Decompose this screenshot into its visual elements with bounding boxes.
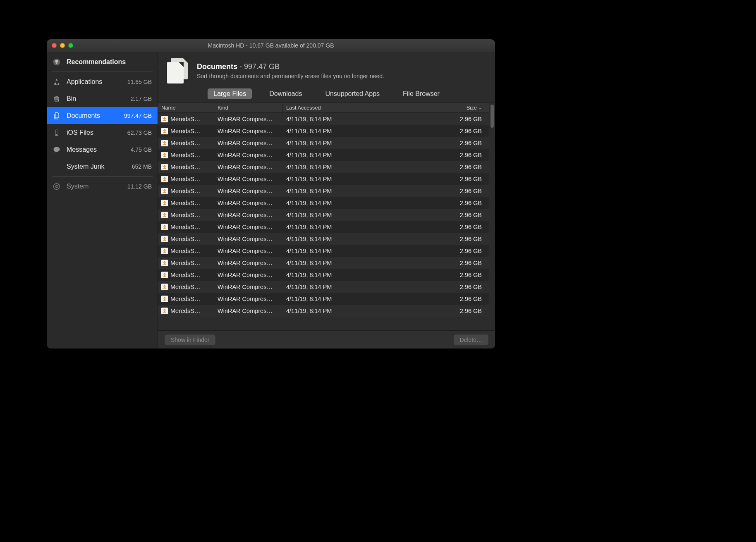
scrollbar-thumb[interactable]	[490, 105, 494, 128]
footer-bar: Show in Finder Delete…	[158, 330, 495, 349]
sidebar-item-size: 11.65 GB	[127, 79, 152, 85]
cell-size: 2.96 GB	[427, 176, 489, 182]
cell-last-accessed: 4/11/19, 8:14 PM	[283, 308, 427, 314]
column-header-size[interactable]: Size⌄	[427, 103, 489, 112]
tab-large-files[interactable]: Large Files	[208, 88, 252, 99]
zoom-window-button[interactable]	[68, 43, 73, 48]
table-row[interactable]: MeredsS…WinRAR Compres…4/11/19, 8:14 PM2…	[158, 233, 489, 245]
cell-kind: WinRAR Compres…	[214, 212, 283, 218]
documents-header: Documents - 997.47 GB Sort through docum…	[158, 52, 495, 88]
gear-circle-icon	[52, 181, 62, 191]
cell-last-accessed: 4/11/19, 8:14 PM	[283, 128, 427, 134]
table-row[interactable]: MeredsS…WinRAR Compres…4/11/19, 8:14 PM2…	[158, 185, 489, 197]
sidebar-item-messages[interactable]: Messages4.75 GB	[47, 141, 158, 158]
show-in-finder-button[interactable]: Show in Finder	[165, 334, 215, 345]
close-window-button[interactable]	[52, 43, 57, 48]
cell-kind: WinRAR Compres…	[214, 284, 283, 290]
tab-unsupported-apps[interactable]: Unsupported Apps	[319, 88, 385, 99]
table-row[interactable]: MeredsS…WinRAR Compres…4/11/19, 8:14 PM2…	[158, 257, 489, 269]
sidebar-item-applications[interactable]: Applications11.65 GB	[47, 73, 158, 90]
sidebar-item-size: 11.12 GB	[127, 183, 152, 190]
vertical-scrollbar[interactable]	[489, 103, 495, 330]
sort-descending-icon: ⌄	[478, 105, 482, 110]
sidebar-item-system-junk[interactable]: System Junk652 MB	[47, 158, 158, 175]
cell-name: MeredsS…	[170, 188, 201, 194]
archive-file-icon	[161, 272, 168, 278]
cell-kind: WinRAR Compres…	[214, 140, 283, 146]
minimize-window-button[interactable]	[60, 43, 65, 48]
sidebar-item-recommendations[interactable]: Recommendations	[47, 53, 158, 70]
cell-last-accessed: 4/11/19, 8:14 PM	[283, 152, 427, 158]
svg-point-1	[55, 60, 58, 62]
cell-kind: WinRAR Compres…	[214, 248, 283, 254]
cell-last-accessed: 4/11/19, 8:14 PM	[283, 200, 427, 206]
cell-name: MeredsS…	[170, 116, 201, 122]
sidebar-item-bin[interactable]: Bin2.17 GB	[47, 90, 158, 107]
cell-size: 2.96 GB	[427, 128, 489, 134]
column-header-kind[interactable]: Kind	[214, 103, 283, 112]
table-row[interactable]: MeredsS…WinRAR Compres…4/11/19, 8:14 PM2…	[158, 125, 489, 137]
archive-file-icon	[161, 296, 168, 302]
cell-kind: WinRAR Compres…	[214, 296, 283, 302]
table-row[interactable]: MeredsS…WinRAR Compres…4/11/19, 8:14 PM2…	[158, 281, 489, 293]
cell-name: MeredsS…	[170, 200, 201, 206]
app-icon	[52, 77, 62, 87]
cell-name: MeredsS…	[170, 176, 201, 182]
archive-file-icon	[161, 164, 168, 170]
cell-kind: WinRAR Compres…	[214, 224, 283, 230]
cell-kind: WinRAR Compres…	[214, 152, 283, 158]
archive-file-icon	[161, 284, 168, 290]
table-row[interactable]: MeredsS…WinRAR Compres…4/11/19, 8:14 PM2…	[158, 113, 489, 125]
blank-icon	[52, 162, 62, 172]
tab-downloads[interactable]: Downloads	[263, 88, 308, 99]
sidebar-item-label: System	[67, 183, 124, 190]
sidebar-item-documents[interactable]: Documents997.47 GB	[47, 107, 158, 124]
table-row[interactable]: MeredsS…WinRAR Compres…4/11/19, 8:14 PM2…	[158, 149, 489, 161]
file-table: Name Kind Last Accessed Size⌄ MeredsS…Wi…	[158, 103, 495, 330]
archive-file-icon	[161, 236, 168, 242]
cell-name: MeredsS…	[170, 284, 201, 290]
delete-button[interactable]: Delete…	[454, 334, 488, 345]
cell-name: MeredsS…	[170, 224, 201, 230]
archive-file-icon	[161, 152, 168, 158]
archive-file-icon	[161, 248, 168, 254]
cell-size: 2.96 GB	[427, 116, 489, 122]
cell-last-accessed: 4/11/19, 8:14 PM	[283, 224, 427, 230]
panel-subtitle: Sort through documents and permanently e…	[197, 73, 384, 79]
table-row[interactable]: MeredsS…WinRAR Compres…4/11/19, 8:14 PM2…	[158, 137, 489, 149]
storage-management-window: Macintosh HD - 10.67 GB available of 200…	[47, 39, 495, 349]
cell-name: MeredsS…	[170, 308, 201, 314]
column-header-name[interactable]: Name	[158, 103, 214, 112]
column-header-last-accessed[interactable]: Last Accessed	[283, 103, 427, 112]
table-row[interactable]: MeredsS…WinRAR Compres…4/11/19, 8:14 PM2…	[158, 269, 489, 281]
svg-rect-2	[56, 62, 57, 64]
table-row[interactable]: MeredsS…WinRAR Compres…4/11/19, 8:14 PM2…	[158, 305, 489, 317]
cell-name: MeredsS…	[170, 140, 201, 146]
archive-file-icon	[161, 212, 168, 218]
tab-file-browser[interactable]: File Browser	[397, 88, 445, 99]
table-row[interactable]: MeredsS…WinRAR Compres…4/11/19, 8:14 PM2…	[158, 221, 489, 233]
archive-file-icon	[161, 176, 168, 182]
table-row[interactable]: MeredsS…WinRAR Compres…4/11/19, 8:14 PM2…	[158, 293, 489, 305]
cell-name: MeredsS…	[170, 248, 201, 254]
cell-kind: WinRAR Compres…	[214, 200, 283, 206]
sidebar-item-size: 652 MB	[132, 163, 152, 170]
sidebar-item-label: Documents	[67, 112, 121, 119]
sidebar-item-ios-files[interactable]: iOS Files62.73 GB	[47, 124, 158, 141]
sidebar-item-system[interactable]: System11.12 GB	[47, 178, 158, 195]
cell-last-accessed: 4/11/19, 8:14 PM	[283, 248, 427, 254]
cell-kind: WinRAR Compres…	[214, 308, 283, 314]
cell-size: 2.96 GB	[427, 284, 489, 290]
table-row[interactable]: MeredsS…WinRAR Compres…4/11/19, 8:14 PM2…	[158, 197, 489, 209]
table-row[interactable]: MeredsS…WinRAR Compres…4/11/19, 8:14 PM2…	[158, 209, 489, 221]
table-row[interactable]: MeredsS…WinRAR Compres…4/11/19, 8:14 PM2…	[158, 245, 489, 257]
archive-file-icon	[161, 128, 168, 134]
archive-file-icon	[161, 308, 168, 314]
table-row[interactable]: MeredsS…WinRAR Compres…4/11/19, 8:14 PM2…	[158, 161, 489, 173]
table-row[interactable]: MeredsS…WinRAR Compres…4/11/19, 8:14 PM2…	[158, 173, 489, 185]
iphone-icon	[52, 128, 62, 138]
cell-size: 2.96 GB	[427, 308, 489, 314]
cell-size: 2.96 GB	[427, 236, 489, 242]
cell-name: MeredsS…	[170, 128, 201, 134]
documents-icon	[167, 58, 189, 84]
